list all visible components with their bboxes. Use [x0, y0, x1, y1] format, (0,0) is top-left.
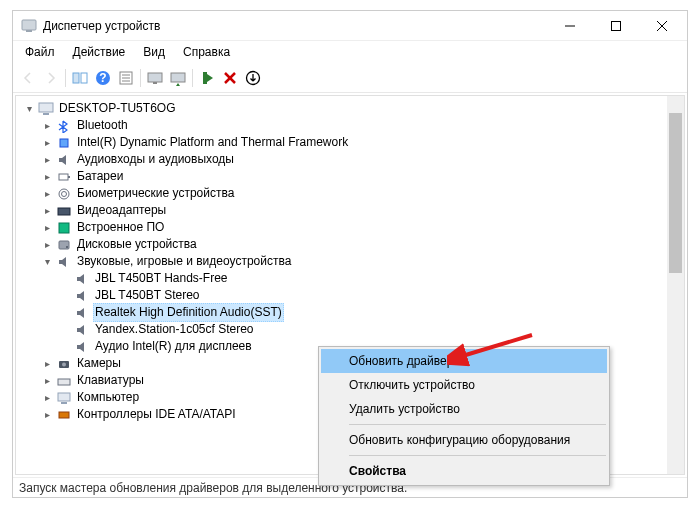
svg-rect-6: [73, 73, 79, 83]
svg-rect-35: [58, 393, 70, 401]
update-driver-button[interactable]: [167, 67, 189, 89]
node-label: Батареи: [75, 168, 125, 185]
back-button[interactable]: [17, 67, 39, 89]
menu-help[interactable]: Справка: [175, 43, 238, 61]
svg-rect-29: [59, 223, 69, 233]
menu-file[interactable]: Файл: [17, 43, 63, 61]
node-label: Клавиатуры: [75, 372, 146, 389]
show-hide-tree-button[interactable]: [69, 67, 91, 89]
node-label: Bluetooth: [75, 117, 130, 134]
svg-rect-28: [58, 208, 70, 215]
tree-device-realtek[interactable]: Realtek High Definition Audio(SST): [18, 304, 682, 321]
toolbar: ?: [13, 63, 687, 93]
expand-icon[interactable]: ▸: [40, 374, 54, 388]
node-label: Yandex.Station-1c05cf Stereo: [93, 321, 256, 338]
tree-category-video-adapters[interactable]: ▸ Видеоадаптеры: [18, 202, 682, 219]
speaker-icon: [74, 288, 90, 304]
ctx-properties[interactable]: Свойства: [321, 459, 607, 483]
expand-icon[interactable]: ▸: [40, 408, 54, 422]
forward-button[interactable]: [40, 67, 62, 89]
expand-icon[interactable]: ▸: [40, 136, 54, 150]
svg-point-27: [62, 191, 67, 196]
speaker-icon: [74, 271, 90, 287]
vertical-scrollbar[interactable]: [667, 96, 684, 474]
node-label: Дисковые устройства: [75, 236, 199, 253]
uninstall-device-button[interactable]: [219, 67, 241, 89]
tree-category-audio-io[interactable]: ▸ Аудиовходы и аудиовыходы: [18, 151, 682, 168]
tree-category-firmware[interactable]: ▸ Встроенное ПО: [18, 219, 682, 236]
scan-hardware-button[interactable]: [144, 67, 166, 89]
ctx-disable-device[interactable]: Отключить устройство: [321, 373, 607, 397]
minimize-button[interactable]: [547, 11, 593, 40]
expand-icon[interactable]: ▸: [40, 187, 54, 201]
svg-rect-24: [59, 174, 68, 180]
node-label: JBL T450BT Hands-Free: [93, 270, 230, 287]
svg-rect-3: [612, 21, 621, 30]
fingerprint-icon: [56, 186, 72, 202]
collapse-icon[interactable]: ▾: [40, 255, 54, 269]
node-label: Камеры: [75, 355, 123, 372]
node-label: Контроллеры IDE ATA/ATAPI: [75, 406, 238, 423]
node-label: DESKTOP-TU5T6OG: [57, 100, 177, 117]
node-label: Звуковые, игровые и видеоустройства: [75, 253, 293, 270]
tree-category-intel-dptf[interactable]: ▸ Intel(R) Dynamic Platform and Thermal …: [18, 134, 682, 151]
svg-rect-15: [153, 82, 157, 84]
speaker-icon: [56, 152, 72, 168]
computer-icon: [38, 101, 54, 117]
context-menu: Обновить драйвер Отключить устройство Уд…: [318, 346, 610, 486]
expand-icon[interactable]: ▸: [40, 119, 54, 133]
speaker-icon: [74, 322, 90, 338]
expand-icon[interactable]: ▸: [40, 170, 54, 184]
tree-device-jbl-handsfree[interactable]: JBL T450BT Hands-Free: [18, 270, 682, 287]
tree-category-sound-game-video[interactable]: ▾ Звуковые, игровые и видеоустройства: [18, 253, 682, 270]
expand-icon[interactable]: ▸: [40, 153, 54, 167]
computer-icon: [56, 390, 72, 406]
menu-action[interactable]: Действие: [65, 43, 134, 61]
svg-rect-1: [26, 30, 32, 32]
expand-icon[interactable]: ▸: [40, 391, 54, 405]
node-label: Аудио Intel(R) для дисплеев: [93, 338, 254, 355]
keyboard-icon: [56, 373, 72, 389]
svg-rect-21: [39, 103, 53, 112]
toolbar-separator: [140, 69, 141, 87]
window-controls: [547, 11, 685, 40]
expand-icon[interactable]: ▸: [40, 357, 54, 371]
enable-device-button[interactable]: [196, 67, 218, 89]
node-label: Компьютер: [75, 389, 141, 406]
tree-category-disk-drives[interactable]: ▸ Дисковые устройства: [18, 236, 682, 253]
tree-root[interactable]: ▾ DESKTOP-TU5T6OG: [18, 100, 682, 117]
menu-view[interactable]: Вид: [135, 43, 173, 61]
toolbar-separator: [65, 69, 66, 87]
svg-rect-7: [81, 73, 87, 83]
tree-device-yandex-station[interactable]: Yandex.Station-1c05cf Stereo: [18, 321, 682, 338]
titlebar: Диспетчер устройств: [13, 11, 687, 41]
svg-rect-37: [59, 412, 69, 418]
tree-category-biometric[interactable]: ▸ Биометрические устройства: [18, 185, 682, 202]
disable-device-button[interactable]: [242, 67, 264, 89]
svg-point-31: [66, 246, 68, 248]
help-button[interactable]: ?: [92, 67, 114, 89]
ctx-scan-hardware[interactable]: Обновить конфигурацию оборудования: [321, 428, 607, 452]
expand-icon[interactable]: ▸: [40, 204, 54, 218]
expand-icon[interactable]: ▸: [40, 221, 54, 235]
camera-icon: [56, 356, 72, 372]
node-label: Intel(R) Dynamic Platform and Thermal Fr…: [75, 134, 350, 151]
bluetooth-icon: [56, 118, 72, 134]
svg-point-33: [62, 362, 66, 366]
ctx-remove-device[interactable]: Удалить устройство: [321, 397, 607, 421]
tree-device-jbl-stereo[interactable]: JBL T450BT Stereo: [18, 287, 682, 304]
close-button[interactable]: [639, 11, 685, 40]
svg-rect-17: [203, 72, 207, 84]
toolbar-separator: [192, 69, 193, 87]
properties-button[interactable]: [115, 67, 137, 89]
tree-category-bluetooth[interactable]: ▸ Bluetooth: [18, 117, 682, 134]
expand-icon[interactable]: ▸: [40, 238, 54, 252]
maximize-button[interactable]: [593, 11, 639, 40]
ctx-update-driver[interactable]: Обновить драйвер: [321, 349, 607, 373]
svg-rect-23: [60, 139, 68, 147]
tree-category-batteries[interactable]: ▸ Батареи: [18, 168, 682, 185]
collapse-icon[interactable]: ▾: [22, 102, 36, 116]
speaker-icon: [56, 254, 72, 270]
scrollbar-thumb[interactable]: [669, 113, 682, 273]
ctx-separator: [349, 455, 606, 456]
